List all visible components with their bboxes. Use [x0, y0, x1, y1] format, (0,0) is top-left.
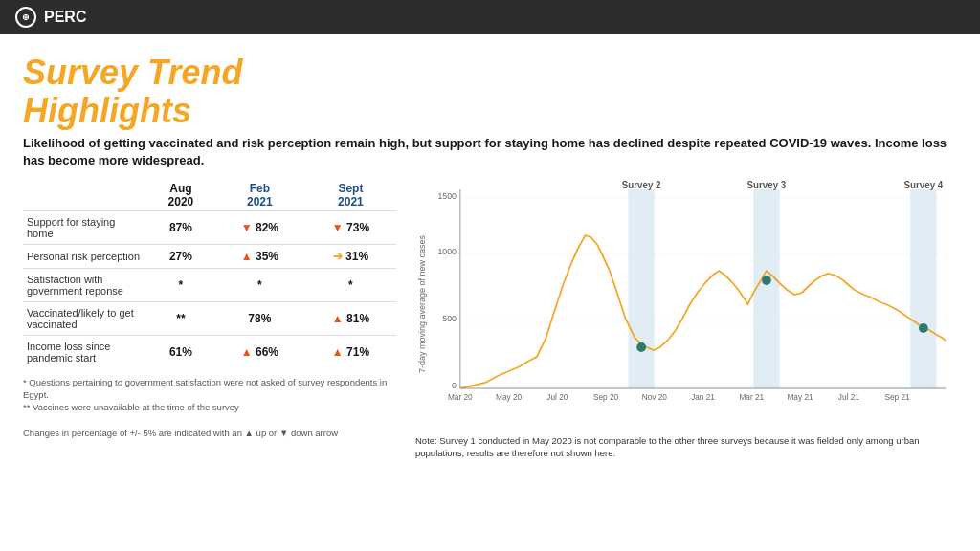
- row-label: Vaccinated/likely to get vaccinated: [23, 301, 147, 335]
- row-label: Satisfaction with government reponse: [23, 268, 147, 301]
- main-content: Survey Trend Highlights Likelihood of ge…: [0, 34, 980, 471]
- row-feb: *: [214, 268, 305, 301]
- survey2-band: [628, 189, 654, 388]
- row-feb: 78%: [214, 301, 305, 335]
- survey3-band: [753, 189, 779, 388]
- row-feb: ▲ 66%: [214, 335, 305, 368]
- row-aug: **: [147, 301, 214, 335]
- row-feb: ▲ 35%: [214, 244, 305, 268]
- svg-text:May 21: May 21: [787, 391, 813, 401]
- svg-text:Sep 20: Sep 20: [593, 391, 619, 401]
- row-sept: ▲ 71%: [305, 335, 396, 368]
- row-label: Support for staying home: [23, 210, 147, 244]
- logo-text: PERC: [44, 9, 86, 26]
- col-sept-header: Sept2021: [305, 180, 396, 211]
- svg-text:Mar 20: Mar 20: [448, 391, 473, 401]
- svg-text:1500: 1500: [437, 190, 457, 200]
- row-aug: 87%: [147, 210, 214, 244]
- chart-container: 7-day moving average of new cases 0 500 …: [415, 180, 957, 429]
- svg-text:Jan 21: Jan 21: [691, 391, 715, 401]
- col-aug-header: Aug2020: [147, 180, 214, 211]
- row-sept: *: [305, 268, 396, 301]
- survey4-label: Survey 4: [904, 180, 944, 190]
- row-label: Income loss since pandemic start: [23, 335, 147, 368]
- footnotes: * Questions pertaining to government sat…: [23, 376, 396, 439]
- svg-text:0: 0: [452, 380, 457, 389]
- row-aug: *: [147, 268, 214, 301]
- row-sept: ▲ 81%: [305, 301, 396, 335]
- logo: ⊕ PERC: [15, 7, 86, 28]
- footnote: * Questions pertaining to government sat…: [23, 376, 396, 402]
- footnote: Changes in percentage of +/- 5% are indi…: [23, 427, 396, 439]
- title-section: Survey Trend Highlights: [23, 54, 957, 129]
- survey4-dot: [919, 323, 928, 333]
- chart-svg: 7-day moving average of new cases 0 500 …: [415, 180, 957, 429]
- svg-text:Sep 21: Sep 21: [884, 391, 910, 401]
- row-aug: 27%: [147, 244, 214, 268]
- svg-text:500: 500: [442, 313, 457, 322]
- title-line2: Highlights: [23, 91, 191, 130]
- svg-text:May 20: May 20: [496, 391, 522, 401]
- survey4-band: [910, 189, 936, 388]
- survey2-label: Survey 2: [622, 180, 661, 190]
- svg-text:Jul 20: Jul 20: [546, 391, 568, 401]
- svg-text:Mar 21: Mar 21: [739, 391, 764, 401]
- survey-title: Survey Trend Highlights: [23, 54, 957, 129]
- footnote: ** Vaccines were unavailable at the time…: [23, 401, 396, 413]
- survey3-label: Survey 3: [747, 180, 787, 190]
- y-axis-label: 7-day moving average of new cases: [417, 234, 427, 372]
- row-aug: 61%: [147, 335, 214, 368]
- table-row: Income loss since pandemic start 61% ▲ 6…: [23, 335, 396, 368]
- svg-rect-0: [460, 189, 946, 390]
- navbar: ⊕ PERC: [0, 0, 980, 34]
- survey2-dot: [636, 342, 646, 352]
- chart-note: Note: Survey 1 conducted in May 2020 is …: [415, 434, 957, 460]
- logo-circle: ⊕: [15, 7, 36, 28]
- row-feb: ▼ 82%: [214, 210, 305, 244]
- chart-area: 7-day moving average of new cases 0 500 …: [415, 180, 957, 460]
- survey3-dot: [762, 276, 771, 285]
- two-col-layout: Aug2020 Feb2021 Sept2021 Support for sta…: [23, 180, 957, 460]
- table-row: Satisfaction with government reponse * *…: [23, 268, 396, 301]
- chart-line: [460, 235, 946, 388]
- table-row: Vaccinated/likely to get vaccinated ** 7…: [23, 301, 396, 335]
- subtitle: Likelihood of getting vaccinated and ris…: [23, 135, 957, 169]
- table-row: Personal risk perception 27% ▲ 35% ➔ 31%: [23, 244, 396, 268]
- svg-text:1000: 1000: [437, 246, 457, 255]
- row-label: Personal risk perception: [23, 244, 147, 268]
- col-feb-header: Feb2021: [214, 180, 305, 211]
- data-table: Aug2020 Feb2021 Sept2021 Support for sta…: [23, 180, 396, 368]
- data-table-container: Aug2020 Feb2021 Sept2021 Support for sta…: [23, 180, 396, 439]
- table-row: Support for staying home 87% ▼ 82% ▼ 73%: [23, 210, 396, 244]
- title-line1: Survey Trend: [23, 53, 242, 92]
- row-sept: ➔ 31%: [305, 244, 396, 268]
- row-sept: ▼ 73%: [305, 210, 396, 244]
- svg-text:Jul 21: Jul 21: [838, 391, 859, 401]
- svg-text:Nov 20: Nov 20: [642, 391, 668, 401]
